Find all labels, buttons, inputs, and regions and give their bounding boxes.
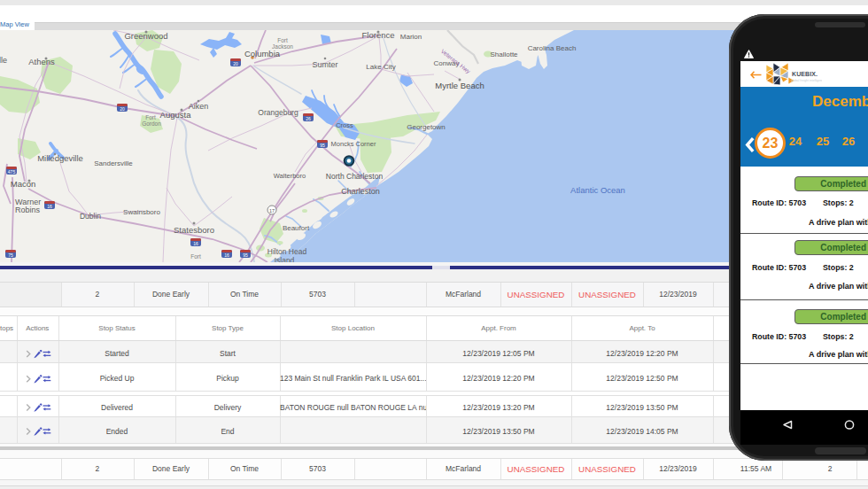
svg-text:Greenwood: Greenwood [124, 31, 167, 41]
svg-text:Marion: Marion [400, 33, 422, 41]
svg-text:North Charleston: North Charleston [326, 172, 384, 181]
svg-text:Walterboro: Walterboro [274, 172, 306, 180]
svg-text:Columbia: Columbia [244, 49, 281, 58]
svg-text:Sumter: Sumter [312, 60, 337, 69]
svg-text:Lake City: Lake City [366, 63, 395, 71]
svg-text:95: 95 [243, 252, 248, 258]
svg-text:16: 16 [193, 241, 198, 246]
svg-text:Island: Island [275, 256, 295, 262]
svg-text:Fort: Fort [190, 253, 201, 260]
svg-text:Shallotte: Shallotte [490, 50, 518, 58]
svg-text:17: 17 [269, 208, 275, 213]
svg-text:Fort: Fort [277, 37, 288, 43]
svg-text:Gordon: Gordon [142, 120, 161, 127]
svg-text:Dublin: Dublin [80, 212, 101, 221]
svg-text:20: 20 [120, 106, 125, 112]
svg-text:Jackson: Jackson [272, 43, 293, 50]
svg-text:16: 16 [47, 204, 52, 209]
svg-text:Sandersville: Sandersville [94, 159, 133, 167]
svg-text:Florence: Florence [362, 30, 395, 40]
svg-text:Athens: Athens [28, 57, 55, 66]
svg-text:Carolina Beach: Carolina Beach [528, 44, 577, 52]
svg-text:95: 95 [320, 143, 325, 148]
svg-text:26: 26 [306, 116, 311, 121]
svg-text:KUEBIX.: KUEBIX. [792, 71, 818, 77]
svg-text:Orangeburg: Orangeburg [258, 108, 298, 117]
svg-text:Macon: Macon [11, 179, 36, 189]
svg-text:Statesboro: Statesboro [174, 225, 214, 235]
svg-text:Moncks Corner: Moncks Corner [331, 140, 376, 148]
svg-text:Charleston: Charleston [341, 187, 380, 196]
svg-text:Georgetown: Georgetown [407, 123, 446, 131]
svg-text:20: 20 [233, 61, 238, 66]
svg-text:Swainsboro: Swainsboro [123, 208, 160, 216]
svg-text:Robins: Robins [15, 206, 41, 214]
svg-text:Hilton Head: Hilton Head [267, 247, 307, 256]
svg-text:Augusta: Augusta [160, 110, 192, 120]
svg-text:Fort: Fort [145, 114, 156, 120]
svg-text:Atlantic Ocean: Atlantic Ocean [570, 185, 625, 195]
svg-text:Milledgeville: Milledgeville [37, 153, 83, 163]
svg-text:ville: ville [0, 56, 7, 65]
svg-text:global freight intelligence: global freight intelligence [791, 79, 822, 82]
svg-text:75: 75 [8, 252, 13, 258]
svg-text:Myrtle Beach: Myrtle Beach [435, 81, 484, 90]
svg-text:475: 475 [8, 169, 16, 175]
svg-text:Beaufort: Beaufort [283, 224, 310, 232]
svg-text:Cross: Cross [336, 121, 353, 129]
svg-text:Aiken: Aiken [189, 102, 209, 111]
svg-text:16: 16 [224, 252, 229, 258]
